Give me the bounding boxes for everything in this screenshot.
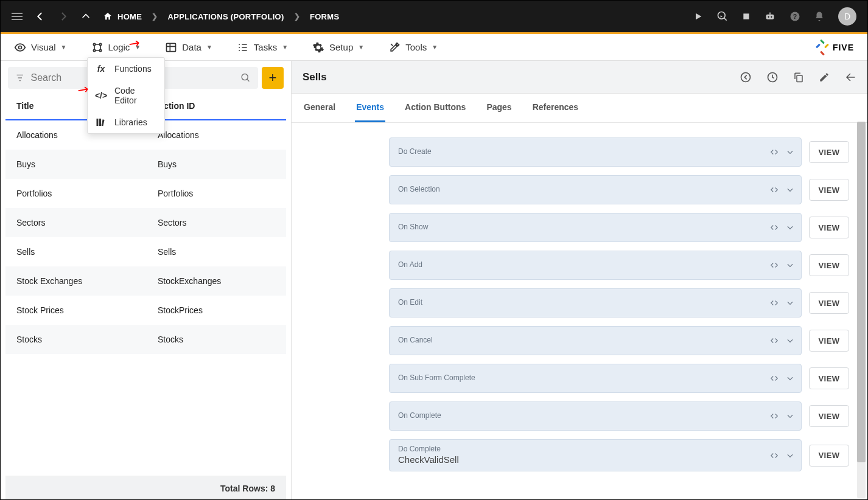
event-label: On Edit	[398, 298, 793, 307]
view-button[interactable]: VIEW	[809, 367, 849, 389]
event-field[interactable]: On Sub Form Complete	[389, 364, 802, 393]
code-icon[interactable]	[769, 261, 779, 269]
list-row[interactable]: Stock PricesStockPrices	[5, 296, 286, 325]
chevron-down-icon[interactable]	[785, 451, 795, 460]
list-row[interactable]: StocksStocks	[5, 325, 286, 354]
list-row[interactable]: Stock ExchangesStockExchanges	[5, 266, 286, 296]
svg-point-11	[99, 49, 101, 51]
revert-icon[interactable]	[740, 71, 752, 83]
dropdown-functions[interactable]: fx Functions	[88, 58, 164, 80]
search-icon[interactable]	[240, 72, 251, 84]
svg-point-0	[718, 12, 726, 19]
view-button[interactable]: VIEW	[809, 330, 849, 352]
event-row: On ShowVIEW	[389, 213, 849, 242]
help-icon[interactable]: ?	[789, 11, 800, 22]
scrollbar-thumb[interactable]	[857, 122, 866, 462]
code-icon[interactable]	[769, 148, 779, 156]
code-icon[interactable]	[769, 223, 779, 232]
dropdown-code-editor[interactable]: </> Code Editor	[88, 80, 164, 111]
stop-icon[interactable]	[742, 12, 751, 21]
view-button[interactable]: VIEW	[809, 292, 849, 314]
event-value: CheckValidSell	[398, 454, 793, 465]
toolbar-setup[interactable]: Setup▼	[312, 41, 364, 54]
tab-events[interactable]: Events	[355, 94, 385, 122]
toolbar-tasks[interactable]: Tasks▼	[237, 41, 288, 54]
chevron-down-icon[interactable]	[785, 374, 795, 383]
view-button[interactable]: VIEW	[809, 217, 849, 238]
event-field[interactable]: On Complete	[389, 401, 802, 431]
list-row-action: Allocations	[158, 130, 275, 140]
chevron-down-icon[interactable]	[785, 148, 795, 156]
list-row-title: Stock Prices	[16, 305, 158, 315]
svg-rect-12	[167, 43, 176, 51]
svg-point-9	[99, 43, 101, 45]
chevron-down-icon[interactable]	[785, 186, 795, 194]
code-icon[interactable]	[769, 451, 779, 460]
svg-text:?: ?	[793, 13, 797, 20]
chevron-down-icon[interactable]	[785, 223, 795, 232]
list-header-action[interactable]: Action ID	[158, 101, 275, 111]
toolbar: Visual▼ Logic▼ Data▼ Tasks▼ Setup▼ Tools…	[1, 34, 867, 61]
event-field[interactable]: On Add	[389, 251, 802, 280]
avatar[interactable]: D	[838, 7, 856, 26]
event-field[interactable]: On Edit	[389, 288, 802, 318]
event-label: On Selection	[398, 185, 793, 193]
hamburger-icon[interactable]	[12, 13, 23, 20]
toolbar-tools[interactable]: Tools▼	[388, 41, 438, 54]
list-row[interactable]: PortfoliosPortfolios	[5, 179, 286, 208]
view-button[interactable]: VIEW	[809, 405, 849, 427]
code-icon[interactable]	[769, 186, 779, 194]
tab-references[interactable]: References	[531, 94, 580, 122]
play-icon[interactable]	[693, 12, 703, 21]
event-row: On AddVIEW	[389, 251, 849, 280]
dropdown-libraries[interactable]: Libraries	[88, 111, 164, 133]
brand-logo: FIVE	[816, 41, 854, 54]
brand-logo-icon	[816, 41, 829, 54]
tab-action-buttons[interactable]: Action Buttons	[404, 94, 467, 122]
code-icon[interactable]	[769, 336, 779, 345]
svg-rect-2	[766, 15, 774, 19]
breadcrumb-forms[interactable]: FORMS	[310, 12, 339, 21]
bell-icon[interactable]	[814, 11, 825, 22]
list-row[interactable]: SectorsSectors	[5, 208, 286, 237]
edit-icon[interactable]	[819, 72, 830, 83]
copy-icon[interactable]	[793, 71, 804, 83]
event-field[interactable]: Do Create	[389, 137, 802, 167]
event-row: Do CreateVIEW	[389, 137, 849, 167]
view-button[interactable]: VIEW	[809, 254, 849, 276]
toolbar-data[interactable]: Data▼	[165, 41, 212, 54]
toolbar-visual[interactable]: Visual▼	[14, 41, 67, 54]
add-button[interactable]: +	[262, 67, 284, 89]
event-field[interactable]: On Show	[389, 213, 802, 242]
code-icon[interactable]	[769, 412, 779, 420]
logic-dropdown: fx Functions </> Code Editor Libraries	[87, 57, 165, 134]
breadcrumb-apps[interactable]: APPLICATIONS (PORTFOLIO)	[168, 12, 284, 21]
event-field[interactable]: On Cancel	[389, 326, 802, 355]
list-row[interactable]: BuysBuys	[5, 150, 286, 179]
chevron-down-icon[interactable]	[785, 412, 795, 420]
view-button[interactable]: VIEW	[809, 179, 849, 201]
code-icon[interactable]	[769, 299, 779, 307]
back-icon[interactable]	[844, 72, 856, 83]
tab-general[interactable]: General	[303, 94, 337, 122]
event-field[interactable]: Do CompleteCheckValidSell	[389, 439, 802, 471]
run-search-icon[interactable]	[716, 10, 729, 23]
toolbar-logic[interactable]: Logic▼	[91, 41, 141, 54]
history-icon[interactable]	[766, 71, 779, 83]
chevron-down-icon[interactable]	[785, 299, 795, 307]
filter-icon	[15, 72, 25, 83]
list-row[interactable]: SellsSells	[5, 237, 286, 266]
nav-back-icon[interactable]	[35, 11, 46, 22]
nav-up-icon[interactable]	[81, 12, 91, 21]
view-button[interactable]: VIEW	[809, 141, 849, 163]
chevron-down-icon[interactable]	[785, 336, 795, 345]
event-row: On CancelVIEW	[389, 326, 849, 355]
chevron-down-icon[interactable]	[785, 261, 795, 269]
code-icon[interactable]	[769, 374, 779, 383]
view-button[interactable]: VIEW	[809, 445, 849, 467]
breadcrumb-home[interactable]: HOME	[103, 12, 142, 21]
tab-pages[interactable]: Pages	[485, 94, 513, 122]
event-field[interactable]: On Selection	[389, 175, 802, 204]
robot-icon[interactable]	[764, 12, 776, 21]
list-body: AllocationsAllocationsBuysBuysPortfolios…	[5, 120, 286, 476]
